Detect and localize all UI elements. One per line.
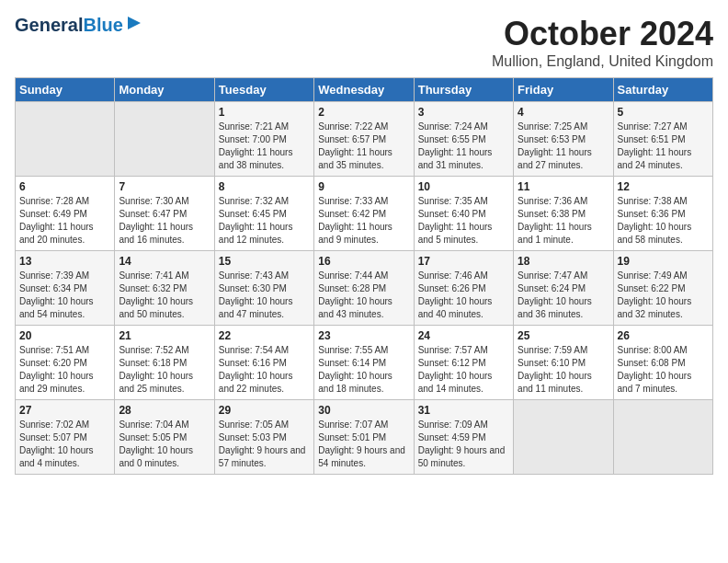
day-number: 11 (518, 180, 609, 193)
day-number: 25 (518, 329, 609, 342)
calendar-cell: 29Sunrise: 7:05 AMSunset: 5:03 PMDayligh… (214, 400, 313, 475)
calendar-cell: 23Sunrise: 7:55 AMSunset: 6:14 PMDayligh… (314, 326, 414, 400)
calendar-cell: 9Sunrise: 7:33 AMSunset: 6:42 PMDaylight… (314, 177, 414, 251)
calendar-cell (514, 400, 613, 475)
logo-arrow-icon (126, 15, 142, 31)
day-number: 13 (19, 255, 110, 268)
day-info: Sunrise: 7:38 AMSunset: 6:36 PMDaylight:… (618, 195, 709, 247)
day-number: 1 (219, 106, 310, 119)
day-number: 6 (19, 180, 110, 193)
month-title: October 2024 (492, 15, 713, 53)
week-row-2: 13Sunrise: 7:39 AMSunset: 6:34 PMDayligh… (16, 251, 713, 326)
day-number: 22 (219, 329, 310, 342)
calendar-cell: 28Sunrise: 7:04 AMSunset: 5:05 PMDayligh… (115, 400, 214, 475)
calendar-cell: 25Sunrise: 7:59 AMSunset: 6:10 PMDayligh… (514, 326, 613, 400)
calendar-cell: 24Sunrise: 7:57 AMSunset: 6:12 PMDayligh… (414, 326, 513, 400)
day-number: 9 (318, 180, 409, 193)
day-number: 8 (219, 180, 310, 193)
day-info: Sunrise: 7:05 AMSunset: 5:03 PMDaylight:… (219, 419, 310, 470)
day-info: Sunrise: 7:55 AMSunset: 6:14 PMDaylight:… (318, 344, 409, 396)
day-number: 28 (119, 404, 210, 417)
day-number: 5 (618, 106, 709, 119)
week-row-3: 20Sunrise: 7:51 AMSunset: 6:20 PMDayligh… (16, 326, 713, 400)
day-info: Sunrise: 7:02 AMSunset: 5:07 PMDaylight:… (19, 419, 110, 470)
day-info: Sunrise: 7:24 AMSunset: 6:55 PMDaylight:… (418, 121, 509, 172)
day-number: 21 (119, 329, 210, 342)
weekday-header-wednesday: Wednesday (314, 78, 414, 102)
day-info: Sunrise: 7:04 AMSunset: 5:05 PMDaylight:… (119, 419, 210, 470)
day-info: Sunrise: 7:21 AMSunset: 7:00 PMDaylight:… (219, 121, 310, 172)
day-info: Sunrise: 7:36 AMSunset: 6:38 PMDaylight:… (518, 195, 609, 247)
calendar-cell: 1Sunrise: 7:21 AMSunset: 7:00 PMDaylight… (214, 102, 313, 177)
calendar-cell: 8Sunrise: 7:32 AMSunset: 6:45 PMDaylight… (214, 177, 313, 251)
calendar-body: 1Sunrise: 7:21 AMSunset: 7:00 PMDaylight… (16, 102, 713, 475)
calendar-cell: 10Sunrise: 7:35 AMSunset: 6:40 PMDayligh… (414, 177, 513, 251)
day-info: Sunrise: 7:33 AMSunset: 6:42 PMDaylight:… (318, 195, 409, 247)
calendar-cell: 5Sunrise: 7:27 AMSunset: 6:51 PMDaylight… (613, 102, 712, 177)
day-number: 16 (318, 255, 409, 268)
day-info: Sunrise: 7:25 AMSunset: 6:53 PMDaylight:… (518, 121, 609, 172)
day-info: Sunrise: 7:46 AMSunset: 6:26 PMDaylight:… (418, 270, 509, 321)
day-info: Sunrise: 7:59 AMSunset: 6:10 PMDaylight:… (518, 344, 609, 396)
day-number: 20 (19, 329, 110, 342)
day-info: Sunrise: 7:57 AMSunset: 6:12 PMDaylight:… (418, 344, 509, 396)
svg-marker-0 (128, 17, 141, 29)
calendar-cell (16, 102, 115, 177)
calendar-cell: 3Sunrise: 7:24 AMSunset: 6:55 PMDaylight… (414, 102, 513, 177)
day-info: Sunrise: 7:49 AMSunset: 6:22 PMDaylight:… (618, 270, 709, 321)
calendar-cell: 4Sunrise: 7:25 AMSunset: 6:53 PMDaylight… (514, 102, 613, 177)
calendar-cell: 6Sunrise: 7:28 AMSunset: 6:49 PMDaylight… (16, 177, 115, 251)
day-number: 26 (618, 329, 709, 342)
day-number: 15 (219, 255, 310, 268)
calendar-header-row: SundayMondayTuesdayWednesdayThursdayFrid… (16, 78, 713, 102)
week-row-1: 6Sunrise: 7:28 AMSunset: 6:49 PMDaylight… (16, 177, 713, 251)
title-area: October 2024 Mullion, England, United Ki… (492, 15, 713, 70)
calendar-cell (115, 102, 214, 177)
day-info: Sunrise: 7:44 AMSunset: 6:28 PMDaylight:… (318, 270, 409, 321)
weekday-header-sunday: Sunday (16, 78, 115, 102)
day-info: Sunrise: 7:54 AMSunset: 6:16 PMDaylight:… (219, 344, 310, 396)
calendar-cell: 7Sunrise: 7:30 AMSunset: 6:47 PMDaylight… (115, 177, 214, 251)
day-info: Sunrise: 7:43 AMSunset: 6:30 PMDaylight:… (219, 270, 310, 321)
calendar-cell: 21Sunrise: 7:52 AMSunset: 6:18 PMDayligh… (115, 326, 214, 400)
day-number: 17 (418, 255, 509, 268)
weekday-header-saturday: Saturday (613, 78, 712, 102)
page-header: GeneralBlue October 2024 Mullion, Englan… (15, 15, 713, 70)
weekday-header-thursday: Thursday (414, 78, 513, 102)
day-number: 2 (318, 106, 409, 119)
weekday-header-monday: Monday (115, 78, 214, 102)
calendar-cell: 22Sunrise: 7:54 AMSunset: 6:16 PMDayligh… (214, 326, 313, 400)
day-info: Sunrise: 7:32 AMSunset: 6:45 PMDaylight:… (219, 195, 310, 247)
weekday-header-tuesday: Tuesday (214, 78, 313, 102)
calendar-cell: 19Sunrise: 7:49 AMSunset: 6:22 PMDayligh… (613, 251, 712, 326)
calendar-cell: 26Sunrise: 8:00 AMSunset: 6:08 PMDayligh… (613, 326, 712, 400)
day-number: 3 (418, 106, 509, 119)
calendar-cell: 14Sunrise: 7:41 AMSunset: 6:32 PMDayligh… (115, 251, 214, 326)
day-info: Sunrise: 7:52 AMSunset: 6:18 PMDaylight:… (119, 344, 210, 396)
day-info: Sunrise: 7:39 AMSunset: 6:34 PMDaylight:… (19, 270, 110, 321)
day-info: Sunrise: 8:00 AMSunset: 6:08 PMDaylight:… (618, 344, 709, 396)
day-number: 27 (19, 404, 110, 417)
day-number: 10 (418, 180, 509, 193)
weekday-header-friday: Friday (514, 78, 613, 102)
day-info: Sunrise: 7:07 AMSunset: 5:01 PMDaylight:… (318, 419, 409, 470)
day-info: Sunrise: 7:09 AMSunset: 4:59 PMDaylight:… (418, 419, 509, 470)
calendar-cell: 12Sunrise: 7:38 AMSunset: 6:36 PMDayligh… (613, 177, 712, 251)
calendar-cell: 11Sunrise: 7:36 AMSunset: 6:38 PMDayligh… (514, 177, 613, 251)
day-number: 12 (618, 180, 709, 193)
day-info: Sunrise: 7:35 AMSunset: 6:40 PMDaylight:… (418, 195, 509, 247)
day-number: 4 (518, 106, 609, 119)
day-info: Sunrise: 7:51 AMSunset: 6:20 PMDaylight:… (19, 344, 110, 396)
day-info: Sunrise: 7:41 AMSunset: 6:32 PMDaylight:… (119, 270, 210, 321)
calendar-cell: 15Sunrise: 7:43 AMSunset: 6:30 PMDayligh… (214, 251, 313, 326)
day-number: 30 (318, 404, 409, 417)
day-number: 29 (219, 404, 310, 417)
calendar-cell: 20Sunrise: 7:51 AMSunset: 6:20 PMDayligh… (16, 326, 115, 400)
calendar-cell: 2Sunrise: 7:22 AMSunset: 6:57 PMDaylight… (314, 102, 414, 177)
day-info: Sunrise: 7:30 AMSunset: 6:47 PMDaylight:… (119, 195, 210, 247)
logo: GeneralBlue (15, 15, 142, 35)
calendar-table: SundayMondayTuesdayWednesdayThursdayFrid… (15, 77, 713, 475)
week-row-0: 1Sunrise: 7:21 AMSunset: 7:00 PMDaylight… (16, 102, 713, 177)
day-number: 24 (418, 329, 509, 342)
calendar-cell (613, 400, 712, 475)
